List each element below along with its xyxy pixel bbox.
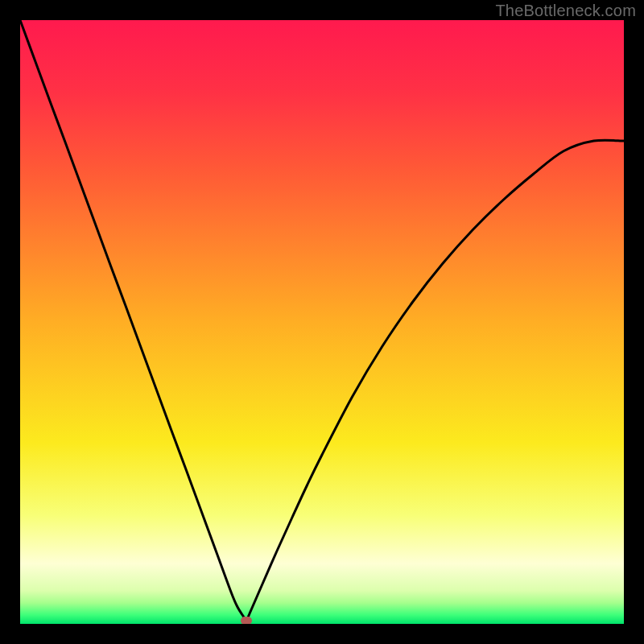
plot-area (20, 20, 624, 624)
watermark-text: TheBottleneck.com (495, 2, 636, 20)
bottleneck-curve (20, 20, 624, 624)
optimal-point-marker (241, 617, 252, 624)
outer-frame: TheBottleneck.com (0, 0, 644, 644)
